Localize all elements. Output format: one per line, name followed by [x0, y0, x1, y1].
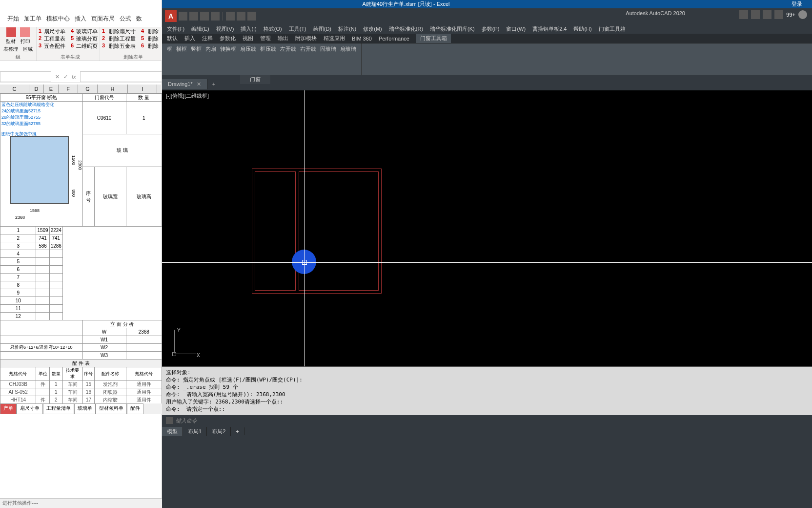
col-e[interactable]: E: [44, 85, 59, 93]
table-cell[interactable]: 2368: [126, 328, 162, 336]
menu-item[interactable]: 绘图(D): [313, 25, 331, 33]
panel-button[interactable]: 转换框: [220, 45, 236, 53]
formula-input[interactable]: [80, 71, 162, 82]
table-cell[interactable]: [36, 258, 49, 266]
table-cell[interactable]: 君雅府6+12+6/君雅府10+12+10: [0, 344, 83, 352]
table-cell[interactable]: [36, 250, 49, 258]
app-icon[interactable]: [763, 10, 771, 19]
table-cell[interactable]: [126, 344, 162, 352]
sheet-tab-3[interactable]: 玻璃单: [74, 403, 96, 414]
table-cell[interactable]: [49, 250, 62, 258]
panel-button[interactable]: 左开线: [280, 45, 296, 53]
ribbon-tab[interactable]: BIM 360: [352, 36, 372, 42]
panel-button[interactable]: 固玻璃: [320, 45, 336, 53]
table-cell[interactable]: [49, 281, 62, 289]
gen-5[interactable]: 玻璃分页: [76, 35, 98, 42]
table-cell[interactable]: CHJ03B: [0, 381, 36, 388]
menu-item[interactable]: 瑞华标准化(R): [389, 25, 423, 33]
table-cell[interactable]: W1: [82, 336, 126, 344]
table-cell[interactable]: [126, 352, 162, 360]
del-2[interactable]: 删除工程量: [109, 35, 136, 42]
menu-item[interactable]: 参数(P): [482, 25, 500, 33]
table-cell[interactable]: 1286: [49, 242, 62, 250]
table-cell[interactable]: [0, 328, 83, 336]
col-d[interactable]: D: [29, 85, 44, 93]
table-cell[interactable]: 17: [82, 396, 95, 404]
del-4[interactable]: 删除: [148, 28, 159, 35]
table-cell[interactable]: AFS-052: [0, 388, 36, 396]
table-cell[interactable]: 车间: [62, 396, 82, 404]
tab-home[interactable]: 开始: [7, 15, 19, 25]
table-cell[interactable]: [49, 297, 62, 305]
table-cell[interactable]: 件: [36, 381, 49, 388]
sheet-tab-5[interactable]: 配件: [127, 403, 143, 414]
table-cell[interactable]: 内缩胶: [95, 396, 126, 404]
del-6[interactable]: 删除: [148, 42, 159, 50]
table-cell[interactable]: [36, 289, 49, 297]
redo-icon[interactable]: [247, 12, 256, 21]
table-cell[interactable]: [49, 313, 62, 320]
del-3[interactable]: 删除五金表: [109, 42, 136, 50]
panel-button[interactable]: 框压线: [260, 45, 276, 53]
table-cell[interactable]: 2224: [49, 227, 62, 234]
ribbon-tab[interactable]: 注释: [202, 35, 213, 42]
ribbon-tab[interactable]: 输出: [278, 35, 288, 42]
layout-plus[interactable]: +: [231, 427, 244, 435]
cloud-icon[interactable]: [774, 10, 783, 19]
fx-icon[interactable]: fx: [72, 74, 76, 80]
autocad-logo-icon[interactable]: A: [165, 10, 177, 22]
table-cell[interactable]: [49, 258, 62, 266]
new-icon[interactable]: [179, 12, 187, 21]
sheet-tab-4[interactable]: 型材领料单: [96, 403, 127, 414]
fx-cancel-icon[interactable]: ✕: [55, 74, 60, 80]
signin-icon[interactable]: [751, 10, 760, 19]
saveas-icon[interactable]: [211, 12, 220, 21]
ribbon-tab[interactable]: 视图: [243, 35, 253, 42]
table-cell[interactable]: [126, 336, 162, 344]
menu-item[interactable]: 门窗工具箱: [599, 25, 626, 33]
viewport-label[interactable]: [-][俯视][二维线框]: [166, 92, 209, 100]
profile-icon[interactable]: [6, 27, 16, 37]
tab-data[interactable]: 数: [136, 15, 142, 25]
sheet-tab-1[interactable]: 扇尺寸单: [17, 403, 43, 414]
gen-6[interactable]: 二维码页: [76, 42, 98, 50]
table-cell[interactable]: 通用件: [126, 381, 162, 388]
table-cell[interactable]: 车间: [62, 381, 82, 388]
menu-item[interactable]: 格式(O): [264, 25, 282, 33]
fx-confirm-icon[interactable]: ✓: [63, 74, 68, 80]
table-cell[interactable]: W3: [82, 352, 126, 360]
tab-process[interactable]: 加工单: [24, 15, 41, 25]
table-cell[interactable]: 741: [36, 234, 49, 242]
command-input[interactable]: 键入命令: [162, 415, 812, 426]
gen-2[interactable]: 工程量表: [44, 35, 65, 42]
menu-item[interactable]: 曹操铝单板2.4: [532, 25, 567, 33]
table-cell[interactable]: 件: [36, 396, 49, 404]
tab-template[interactable]: 模板中心: [46, 15, 70, 25]
layout-model[interactable]: 模型: [162, 427, 183, 436]
col-c[interactable]: C: [0, 85, 29, 93]
table-cell[interactable]: 8: [0, 281, 36, 289]
table-cell[interactable]: [49, 289, 62, 297]
col-i[interactable]: I: [128, 85, 157, 93]
menu-item[interactable]: 瑞华标准化图库(K): [430, 25, 475, 33]
menu-item[interactable]: 插入(I): [241, 25, 256, 33]
viewport[interactable]: [-][俯视][二维线框] Y X: [162, 90, 812, 366]
panel-button[interactable]: 横框: [176, 45, 187, 53]
open-icon[interactable]: [189, 12, 198, 21]
layout-1[interactable]: 布局1: [183, 427, 207, 436]
menu-item[interactable]: 帮助(H): [573, 25, 591, 33]
ribbon-tab[interactable]: 精选应用: [324, 35, 345, 42]
notification-badge[interactable]: 99+: [786, 12, 795, 18]
ribbon-tab[interactable]: 默认: [167, 35, 178, 42]
table-cell[interactable]: 2: [0, 234, 36, 242]
new-tab-icon[interactable]: +: [207, 81, 220, 87]
ribbon-tab[interactable]: 插入: [184, 35, 195, 42]
table-cell[interactable]: 9: [0, 289, 36, 297]
del-1[interactable]: 删除扇尺寸: [109, 28, 136, 35]
print-icon[interactable]: [20, 27, 30, 37]
table-cell[interactable]: 闭锁器: [95, 388, 126, 396]
ribbon-tab[interactable]: Performance: [379, 36, 409, 42]
col-h[interactable]: H: [98, 85, 128, 93]
table-cell[interactable]: [36, 388, 49, 396]
table-cell[interactable]: 2: [49, 396, 62, 404]
